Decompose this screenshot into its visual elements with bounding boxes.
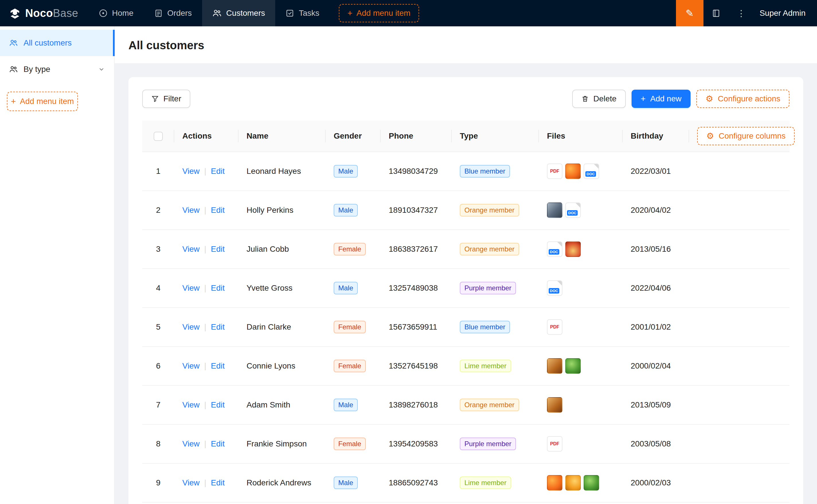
highlighter-pen-icon: ✎	[686, 7, 694, 19]
edit-link[interactable]: Edit	[211, 478, 225, 487]
edit-link[interactable]: Edit	[211, 439, 225, 448]
file-thumbnails	[547, 397, 615, 413]
image-thumbnail[interactable]	[547, 358, 562, 374]
more-options-button[interactable]: ⋮	[729, 0, 754, 26]
view-link[interactable]: View	[182, 167, 199, 176]
view-link[interactable]: View	[182, 478, 199, 487]
gender-cell: Male	[326, 152, 381, 191]
image-thumbnail[interactable]	[565, 475, 581, 491]
table-row: 1View|EditLeonard HayesMale13498034729Bl…	[142, 152, 790, 191]
trash-icon	[581, 95, 589, 103]
image-thumbnail[interactable]	[584, 475, 599, 491]
configure-columns-button[interactable]: ⚙ Configure columns	[697, 127, 795, 145]
view-link[interactable]: View	[182, 245, 199, 253]
file-thumbnails: DOC	[547, 280, 615, 296]
view-link[interactable]: View	[182, 283, 199, 292]
delete-button[interactable]: Delete	[572, 90, 626, 108]
phone-cell: 18910347327	[381, 191, 452, 230]
docs-book-button[interactable]	[704, 0, 729, 26]
table-body: 1View|EditLeonard HayesMale13498034729Bl…	[142, 152, 790, 502]
nav-item-orders[interactable]: Orders	[144, 0, 202, 26]
table-row: 7View|EditAdam SmithMale13898276018Orang…	[142, 385, 790, 424]
doc-file-icon[interactable]: DOC	[547, 241, 562, 257]
image-thumbnail[interactable]	[565, 241, 581, 257]
edit-link[interactable]: Edit	[211, 361, 225, 370]
file-thumbnails	[547, 475, 615, 491]
file-thumbnails: PDF	[547, 436, 615, 452]
image-thumbnail[interactable]	[547, 475, 562, 491]
row-actions-cell: View|Edit	[174, 347, 239, 385]
phone-cell: 13898276018	[381, 385, 452, 424]
edit-link[interactable]: Edit	[211, 206, 225, 214]
gender-tag: Female	[334, 321, 366, 333]
edit-link[interactable]: Edit	[211, 400, 225, 409]
image-thumbnail[interactable]	[547, 397, 562, 413]
sidebar-add-menu-item-button[interactable]: + Add menu item	[7, 92, 78, 111]
page-header: All customers	[115, 26, 817, 63]
action-divider: |	[204, 283, 206, 292]
pdf-file-icon[interactable]: PDF	[547, 319, 562, 335]
pdf-file-icon[interactable]: PDF	[547, 436, 562, 452]
filter-funnel-icon	[151, 95, 159, 103]
file-thumbnails: DOC	[547, 202, 615, 218]
configure-actions-button[interactable]: ⚙ Configure actions	[696, 90, 790, 108]
row-index-cell: 8	[142, 424, 174, 463]
select-all-checkbox[interactable]	[154, 132, 163, 141]
view-link[interactable]: View	[182, 206, 199, 214]
row-actions-cell: View|Edit	[174, 463, 239, 502]
sidebar-item-all-customers[interactable]: All customers	[0, 30, 114, 56]
select-all-header	[142, 121, 174, 152]
filler-cell	[689, 463, 790, 502]
table-row: 4View|EditYvette GrossMale13257489038Pur…	[142, 269, 790, 308]
name-cell: Yvette Gross	[239, 269, 326, 308]
table-row: 9View|EditRoderick AndrewsMale1886509274…	[142, 463, 790, 502]
files-cell: PDF	[539, 424, 623, 463]
type-cell: Orange member	[452, 385, 539, 424]
view-link[interactable]: View	[182, 322, 199, 331]
logo-cube-icon	[9, 7, 21, 19]
pdf-file-icon[interactable]: PDF	[547, 164, 562, 179]
edit-link[interactable]: Edit	[211, 167, 225, 176]
gender-cell: Female	[326, 347, 381, 385]
add-new-button[interactable]: + Add new	[632, 90, 691, 108]
add-menu-item-button[interactable]: + Add menu item	[339, 4, 419, 22]
type-cell: Purple member	[452, 269, 539, 308]
gender-tag: Female	[334, 243, 366, 255]
doc-file-icon[interactable]: DOC	[547, 280, 562, 296]
ui-editor-button[interactable]: ✎	[676, 0, 704, 26]
type-tag: Blue member	[460, 165, 510, 178]
type-tag: Lime member	[460, 360, 511, 372]
nav-item-customers[interactable]: Customers	[202, 0, 275, 26]
type-cell: Purple member	[452, 424, 539, 463]
view-link[interactable]: View	[182, 400, 199, 409]
column-header-actions: Actions	[174, 121, 239, 152]
image-thumbnail[interactable]	[565, 358, 581, 374]
view-link[interactable]: View	[182, 361, 199, 370]
gender-cell: Male	[326, 385, 381, 424]
doc-file-icon[interactable]: DOC	[584, 164, 599, 179]
table-row: 6View|EditConnie LyonsFemale13527645198L…	[142, 347, 790, 385]
doc-file-icon[interactable]: DOC	[565, 202, 581, 218]
gender-cell: Female	[326, 308, 381, 347]
people-icon	[9, 65, 18, 74]
birthday-cell: 2013/05/09	[623, 385, 689, 424]
files-cell: DOC	[539, 269, 623, 308]
view-link[interactable]: View	[182, 439, 199, 448]
edit-link[interactable]: Edit	[211, 245, 225, 253]
birthday-cell: 2020/04/02	[623, 191, 689, 230]
user-menu[interactable]: Super Admin	[754, 0, 817, 26]
nav-item-tasks[interactable]: Tasks	[275, 0, 330, 26]
nocobase-logo[interactable]: NocoBase	[0, 0, 89, 26]
image-thumbnail[interactable]	[547, 202, 562, 218]
row-index-cell: 1	[142, 152, 174, 191]
image-thumbnail[interactable]	[565, 164, 581, 179]
edit-link[interactable]: Edit	[211, 322, 225, 331]
nav-item-home[interactable]: Home	[89, 0, 144, 26]
sidebar-item-label: All customers	[23, 38, 72, 48]
filter-button[interactable]: Filter	[142, 90, 190, 108]
plus-icon: +	[641, 95, 646, 103]
edit-link[interactable]: Edit	[211, 283, 225, 292]
row-actions-cell: View|Edit	[174, 191, 239, 230]
birthday-cell: 2001/01/02	[623, 308, 689, 347]
sidebar-item-by-type[interactable]: By type	[0, 56, 114, 82]
